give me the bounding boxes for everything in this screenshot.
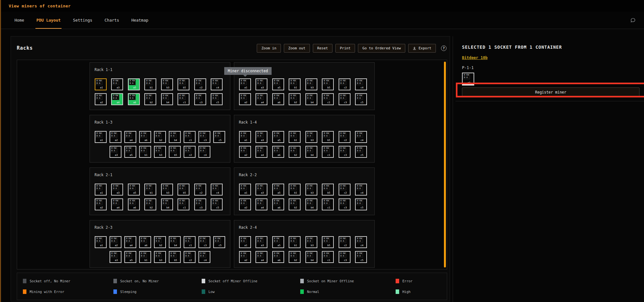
socket-a2[interactable]: 0 KW0 Aa2	[239, 146, 251, 158]
socket-b2[interactable]: 0 KW0 Ab2	[154, 131, 166, 143]
socket-a1[interactable]: 0 KW0 Aa1	[95, 78, 107, 90]
socket-c3[interactable]: 0 KW0 Ac3	[194, 93, 206, 105]
socket-a6[interactable]: 0 KW0 Aa6	[272, 146, 284, 158]
socket-c4[interactable]: 0 KW0 Ac4	[355, 131, 367, 143]
socket-b3[interactable]: 0 KW0 Ab3	[154, 146, 166, 158]
socket-c4[interactable]: 0 KW0 Ac4	[211, 78, 223, 90]
socket-a6[interactable]: 0 KW0 Aa6	[128, 198, 140, 210]
socket-b2[interactable]: 0 KW0 Ab2	[154, 236, 166, 248]
socket-b3[interactable]: 0 KW0 Ab3	[305, 131, 317, 143]
socket-b5[interactable]: 0 KW0 Ab5	[322, 78, 334, 90]
container-link[interactable]: Bitdeer 10b	[462, 55, 487, 60]
socket-c4[interactable]: 0 KW0 Ac4	[198, 251, 210, 263]
socket-b1[interactable]: 0 KW0 Ab1	[139, 251, 151, 263]
socket-b4[interactable]: 0 KW0 Ab4	[305, 198, 317, 210]
socket-b4[interactable]: 0 KW0 Ab4	[169, 131, 181, 143]
socket-a5[interactable]: 0 KW0 Aa5	[128, 184, 140, 196]
socket-c3[interactable]: 0 KW0 Ac3	[339, 146, 351, 158]
socket-a1[interactable]: 0 KW0 Aa1	[95, 236, 107, 248]
socket-a2[interactable]: 0 KW0 Aa2	[110, 236, 121, 248]
socket-a3[interactable]: 0 KW0 Aa3	[110, 251, 121, 263]
socket-b2[interactable]: 0 KW0 Ab2	[144, 198, 156, 210]
socket-c4[interactable]: 0 KW0 Ac4	[355, 78, 367, 90]
zoom-out-button[interactable]: Zoom out	[284, 44, 310, 53]
socket-c5[interactable]: 0 KW0 Ac5	[355, 146, 367, 158]
socket-c1[interactable]: 0 KW0 Ac1	[322, 198, 334, 210]
socket-a3[interactable]: 0 KW0 Aa3	[111, 78, 123, 90]
socket-a1[interactable]: 0 KW0 Aa1	[239, 184, 251, 196]
socket-b3[interactable]: 0 KW0 Ab3	[161, 184, 173, 196]
socket-b1[interactable]: 0 KW0 Ab1	[289, 131, 301, 143]
socket-a5[interactable]: 0 KW0 Aa5	[124, 251, 136, 263]
vertical-scrollbar[interactable]	[444, 62, 446, 267]
socket-a4[interactable]: 0 KW0 Aa4	[255, 198, 267, 210]
socket-a2[interactable]: 0 KW0 Aa2	[95, 198, 107, 210]
socket-b4[interactable]: 0 KW0 Ab4	[305, 146, 317, 158]
socket-a6[interactable]: 0 KW0 Aa6	[128, 93, 140, 105]
socket-c5[interactable]: 0 KW0 Ac5	[211, 93, 223, 105]
socket-b3[interactable]: 0 KW0 Ab3	[305, 184, 317, 196]
socket-b5[interactable]: 0 KW0 Ab5	[178, 78, 189, 90]
socket-a2[interactable]: 0 KW0 Aa2	[110, 131, 121, 143]
socket-c5[interactable]: 0 KW0 Ac5	[355, 251, 367, 263]
socket-c2[interactable]: 0 KW0 Ac2	[184, 251, 196, 263]
socket-a4[interactable]: 0 KW0 Aa4	[255, 93, 267, 105]
socket-a6[interactable]: 0 KW0 Aa6	[139, 131, 151, 143]
socket-b1[interactable]: 0 KW0 Ab1	[139, 146, 151, 158]
socket-b3[interactable]: 0 KW0 Ab3	[305, 236, 317, 248]
chat-bubble-icon[interactable]	[630, 17, 636, 23]
socket-c4[interactable]: 0 KW0 Ac4	[211, 184, 223, 196]
socket-c3[interactable]: 0 KW0 Ac3	[198, 131, 210, 143]
socket-b5[interactable]: 0 KW0 Ab5	[322, 184, 334, 196]
socket-a5[interactable]: 0 KW0 Aa5	[128, 78, 140, 90]
socket-a1[interactable]: 0 KW0 Aa1	[239, 78, 251, 90]
socket-c5[interactable]: 0 KW0 Ac5	[213, 236, 225, 248]
register-miner-button[interactable]: Register miner	[462, 87, 639, 97]
socket-c3[interactable]: 0 KW0 Ac3	[339, 93, 351, 105]
socket-c2[interactable]: 0 KW0 Ac2	[194, 78, 206, 90]
socket-a2[interactable]: 0 KW0 Aa2	[95, 93, 107, 105]
socket-a4[interactable]: 0 KW0 Aa4	[124, 236, 136, 248]
socket-b1[interactable]: 0 KW0 Ab1	[144, 78, 156, 90]
socket-a6[interactable]: 0 KW0 Aa6	[139, 236, 151, 248]
socket-a3[interactable]: 0 KW0 Aa3	[255, 78, 267, 90]
socket-c2[interactable]: 0 KW0 Ac2	[194, 184, 206, 196]
socket-b3[interactable]: 0 KW0 Ab3	[161, 78, 173, 90]
socket-c1[interactable]: 0 KW0 Ac1	[178, 198, 189, 210]
socket-b2[interactable]: 0 KW0 Ab2	[289, 146, 301, 158]
socket-a4[interactable]: 0 KW0 Aa4	[255, 146, 267, 158]
socket-c1[interactable]: 0 KW0 Ac1	[322, 93, 334, 105]
socket-c5[interactable]: 0 KW0 Ac5	[355, 93, 367, 105]
socket-a1[interactable]: 0 KW0 Aa1	[95, 131, 107, 143]
socket-c2[interactable]: 0 KW0 Ac2	[339, 184, 351, 196]
tab-pdu-layout[interactable]: PDU Layout	[36, 12, 61, 29]
socket-c1[interactable]: 0 KW0 Ac1	[184, 131, 196, 143]
socket-b1[interactable]: 0 KW0 Ab1	[144, 184, 156, 196]
export-button[interactable]: Export	[408, 44, 436, 53]
socket-b5[interactable]: 0 KW0 Ab5	[178, 184, 189, 196]
socket-a3[interactable]: 0 KW0 Aa3	[111, 184, 123, 196]
socket-c2[interactable]: 0 KW0 Ac2	[184, 146, 196, 158]
reset-button[interactable]: Reset	[313, 44, 332, 53]
socket-c3[interactable]: 0 KW0 Ac3	[339, 198, 351, 210]
socket-b5[interactable]: 0 KW0 Ab5	[169, 251, 181, 263]
socket-b5[interactable]: 0 KW0 Ab5	[169, 146, 181, 158]
socket-a3[interactable]: 0 KW0 Aa3	[255, 131, 267, 143]
socket-c1[interactable]: 0 KW0 Ac1	[322, 251, 334, 263]
socket-a2[interactable]: 0 KW0 Aa2	[239, 198, 251, 210]
socket-b2[interactable]: 0 KW0 Ab2	[289, 93, 301, 105]
socket-a5[interactable]: 0 KW0 Aa5	[272, 78, 284, 90]
socket-b3[interactable]: 0 KW0 Ab3	[305, 78, 317, 90]
socket-c2[interactable]: 0 KW0 Ac2	[339, 78, 351, 90]
socket-c2[interactable]: 0 KW0 Ac2	[339, 131, 351, 143]
socket-c1[interactable]: 0 KW0 Ac1	[178, 93, 189, 105]
go-to-ordered-view-button[interactable]: Go to Ordered View	[358, 44, 405, 53]
socket-c5[interactable]: 0 KW0 Ac5	[211, 198, 223, 210]
socket-b5[interactable]: 0 KW0 Ab5	[322, 236, 334, 248]
socket-b2[interactable]: 0 KW0 Ab2	[144, 93, 156, 105]
print-button[interactable]: Print	[335, 44, 355, 53]
socket-b4[interactable]: 0 KW0 Ab4	[161, 93, 173, 105]
selected-socket-thumbnail[interactable]: 0 KW 0 A a1	[462, 73, 474, 86]
socket-b3[interactable]: 0 KW0 Ab3	[154, 251, 166, 263]
socket-a1[interactable]: 0 KW0 Aa1	[239, 236, 251, 248]
